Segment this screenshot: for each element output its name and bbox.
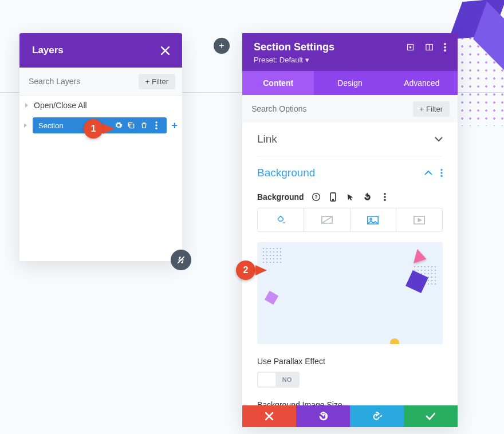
- trash-icon[interactable]: [139, 121, 148, 130]
- close-icon[interactable]: [161, 46, 170, 55]
- parallax-toggle[interactable]: NO: [257, 372, 300, 388]
- bg-tab-gradient[interactable]: [304, 208, 351, 231]
- layers-title: Layers: [32, 45, 64, 56]
- svg-point-7: [444, 43, 446, 45]
- svg-point-12: [440, 175, 443, 177]
- tab-design[interactable]: Design: [314, 71, 385, 95]
- chevron-up-icon: [424, 170, 432, 176]
- toggle-value: NO: [275, 376, 298, 383]
- svg-point-8: [444, 46, 446, 49]
- save-button[interactable]: [404, 405, 458, 427]
- settings-title: Section Settings: [254, 41, 334, 53]
- duplicate-icon[interactable]: [127, 121, 136, 130]
- background-label: Background: [257, 192, 304, 202]
- settings-footer: [242, 405, 458, 427]
- svg-point-19: [384, 199, 386, 202]
- svg-text:?: ?: [314, 194, 317, 200]
- svg-point-18: [384, 196, 386, 198]
- undo-button[interactable]: [296, 405, 350, 427]
- expand-icon[interactable]: [406, 43, 415, 52]
- svg-point-11: [440, 172, 443, 174]
- background-option-row: Background ?: [257, 190, 443, 208]
- mobile-icon[interactable]: [328, 192, 338, 202]
- more-icon[interactable]: [440, 169, 443, 177]
- chevron-right-icon: [25, 103, 28, 108]
- settings-search-input[interactable]: [250, 101, 413, 117]
- callout-2: 2: [236, 261, 265, 280]
- tab-content[interactable]: Content: [242, 71, 314, 95]
- svg-point-9: [444, 49, 446, 52]
- parallax-label: Use Parallax Effect: [257, 357, 443, 366]
- hover-icon[interactable]: [345, 192, 356, 202]
- callout-number: 2: [236, 261, 255, 280]
- bg-tab-video[interactable]: [396, 208, 442, 231]
- callout-1: 1: [84, 119, 112, 139]
- svg-point-1: [156, 121, 158, 124]
- preset-label[interactable]: Preset: Default ▾: [254, 56, 446, 64]
- add-section-button[interactable]: +: [171, 120, 178, 132]
- resize-handle-icon[interactable]: [171, 250, 191, 270]
- bg-tab-color[interactable]: [258, 208, 304, 231]
- toggle-knob: [258, 373, 275, 386]
- accordion-background[interactable]: Background: [257, 156, 443, 190]
- svg-point-22: [370, 218, 372, 220]
- tab-advanced[interactable]: Advanced: [386, 71, 458, 95]
- open-close-all[interactable]: Open/Close All: [19, 96, 182, 115]
- plus-icon: +: [145, 77, 150, 86]
- gear-icon[interactable]: [114, 121, 123, 130]
- image-size-label: Background Image Size: [257, 400, 443, 405]
- svg-point-5: [410, 46, 411, 48]
- settings-body: Link Background Background ?: [242, 123, 458, 405]
- add-button[interactable]: +: [214, 38, 230, 54]
- accordion-link[interactable]: Link: [257, 123, 443, 156]
- background-title: Background: [257, 167, 315, 179]
- chevron-down-icon: [435, 136, 443, 142]
- settings-header: Section Settings Preset: Default ▾: [242, 33, 458, 71]
- link-title: Link: [257, 133, 277, 145]
- help-icon[interactable]: ?: [311, 192, 321, 202]
- reset-icon[interactable]: [363, 192, 373, 202]
- chevron-down-icon: ▾: [305, 56, 309, 64]
- callout-number: 1: [84, 119, 103, 139]
- section-settings-panel: Section Settings Preset: Default ▾ Conte…: [242, 33, 458, 427]
- svg-point-16: [333, 199, 334, 200]
- svg-rect-0: [130, 124, 134, 128]
- background-image-preview[interactable]: [257, 242, 443, 344]
- cancel-button[interactable]: [242, 405, 296, 427]
- filter-label: Filter: [152, 77, 168, 86]
- layers-header: Layers: [19, 33, 182, 68]
- layers-filter-button[interactable]: + Filter: [139, 74, 175, 89]
- layers-search-bar: + Filter: [19, 68, 182, 96]
- svg-point-3: [156, 128, 158, 130]
- settings-search-bar: + Filter: [242, 95, 458, 123]
- svg-point-2: [156, 124, 158, 127]
- settings-filter-button[interactable]: + Filter: [413, 101, 450, 117]
- svg-point-10: [440, 169, 443, 171]
- filter-label: Filter: [426, 105, 443, 113]
- redo-button[interactable]: [350, 405, 404, 427]
- open-close-all-label: Open/Close All: [34, 101, 87, 110]
- layers-panel: Layers + Filter Open/Close All Section: [19, 33, 182, 261]
- more-icon[interactable]: [380, 192, 390, 202]
- background-type-tabs: [257, 208, 443, 232]
- layers-search-input[interactable]: [26, 73, 134, 89]
- more-icon[interactable]: [152, 121, 161, 130]
- bg-tab-image[interactable]: [351, 208, 397, 231]
- chevron-right-icon[interactable]: [24, 123, 27, 128]
- svg-point-17: [384, 193, 386, 195]
- settings-tabs: Content Design Advanced: [242, 71, 458, 95]
- more-icon[interactable]: [444, 43, 446, 52]
- plus-icon: +: [420, 105, 424, 113]
- columns-icon[interactable]: [425, 43, 434, 52]
